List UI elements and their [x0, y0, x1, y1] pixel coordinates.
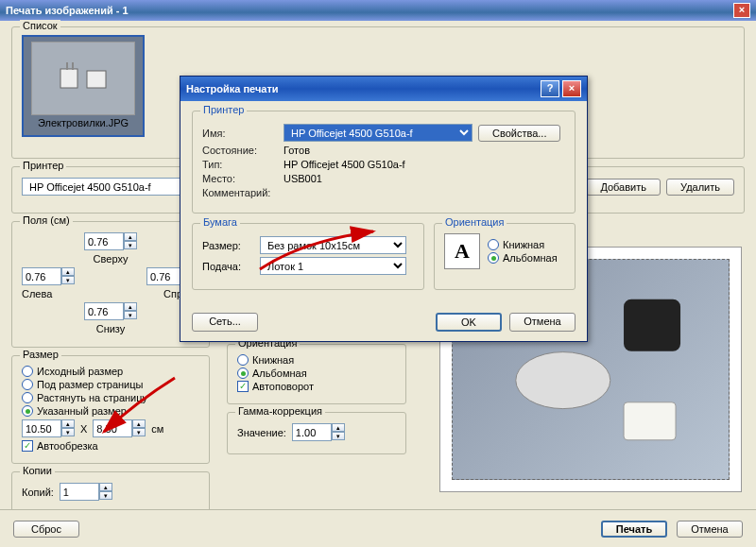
remove-button[interactable]: Удалить — [666, 179, 734, 196]
plug-icon — [55, 60, 112, 97]
cancel-button[interactable]: Отмена — [677, 521, 743, 538]
orientation-group: Ориентация Книжная Альбомная Автоповорот — [227, 344, 406, 404]
dialog-printer-select[interactable]: HP Officejet 4500 G510a-f — [284, 124, 472, 142]
ok-button[interactable]: OK — [436, 313, 502, 332]
autocrop-check[interactable]: Автообрезка — [22, 440, 199, 452]
network-button[interactable]: Сеть... — [192, 313, 258, 332]
orientation-icon: A — [444, 233, 480, 269]
dialog-printer-group: Принтер Имя: HP Officejet 4500 G510a-f С… — [192, 111, 576, 214]
thumb-caption: Электровилки.JPG — [24, 117, 143, 128]
svg-rect-6 — [624, 402, 676, 440]
portrait-radio[interactable]: Книжная — [237, 354, 396, 366]
printer-label: Принтер — [20, 160, 66, 171]
dialog-landscape-radio[interactable]: Альбомная — [488, 252, 558, 264]
window-titlebar: Печать изображений - 1 × — [0, 0, 756, 21]
dialog-close-icon[interactable]: × — [562, 80, 581, 97]
margin-bottom-input[interactable]: ▴▾ — [84, 302, 137, 320]
thumb-image — [31, 42, 135, 115]
svg-rect-2 — [72, 62, 74, 70]
dialog-cancel-button[interactable]: Отмена — [509, 313, 576, 332]
gamma-input[interactable]: ▴▾ — [292, 423, 345, 441]
copies-input[interactable]: ▴▾ — [60, 483, 112, 501]
bottom-bar: Сброс Печать Отмена — [0, 509, 756, 547]
autorotate-check[interactable]: Автоповорот — [237, 381, 396, 392]
reset-button[interactable]: Сброс — [13, 521, 79, 538]
help-icon[interactable]: ? — [541, 80, 559, 97]
copies-group: Копии Копий: ▴▾ — [11, 471, 210, 514]
window-title: Печать изображений - 1 — [6, 5, 129, 16]
dialog-portrait-radio[interactable]: Книжная — [488, 239, 558, 250]
print-button[interactable]: Печать — [601, 521, 667, 538]
svg-rect-3 — [87, 71, 106, 88]
close-icon[interactable]: × — [733, 3, 750, 18]
properties-button[interactable]: Свойства... — [478, 125, 560, 142]
svg-rect-0 — [60, 69, 77, 88]
annotation-arrow-icon — [90, 373, 184, 441]
width-input[interactable]: ▴▾ — [22, 419, 75, 437]
margins-label: Поля (см) — [20, 214, 73, 226]
size-label: Размер — [20, 349, 61, 360]
landscape-radio[interactable]: Альбомная — [237, 368, 396, 379]
list-label: Список — [20, 20, 60, 31]
svg-point-4 — [516, 352, 610, 409]
thumbnail[interactable]: Электровилки.JPG — [22, 35, 145, 137]
print-setup-dialog: Настройка печати ? × Принтер Имя: HP Off… — [180, 76, 588, 342]
dialog-orientation-group: Ориентация A Книжная Альбомная — [434, 223, 576, 290]
gamma-group: Гамма-коррекция Значение: ▴▾ — [227, 412, 406, 454]
add-button[interactable]: Добавить — [586, 179, 661, 196]
annotation-arrow-icon — [255, 213, 387, 281]
margin-top-input[interactable]: ▴▾ — [84, 232, 137, 250]
dialog-titlebar: Настройка печати ? × — [180, 77, 587, 101]
svg-rect-5 — [624, 299, 680, 351]
margin-left-input[interactable]: ▴▾ — [22, 267, 75, 285]
svg-rect-1 — [66, 62, 68, 70]
printer-select[interactable]: HP Officejet 4500 G510a-f — [22, 178, 201, 196]
dialog-title: Настройка печати — [186, 83, 279, 94]
